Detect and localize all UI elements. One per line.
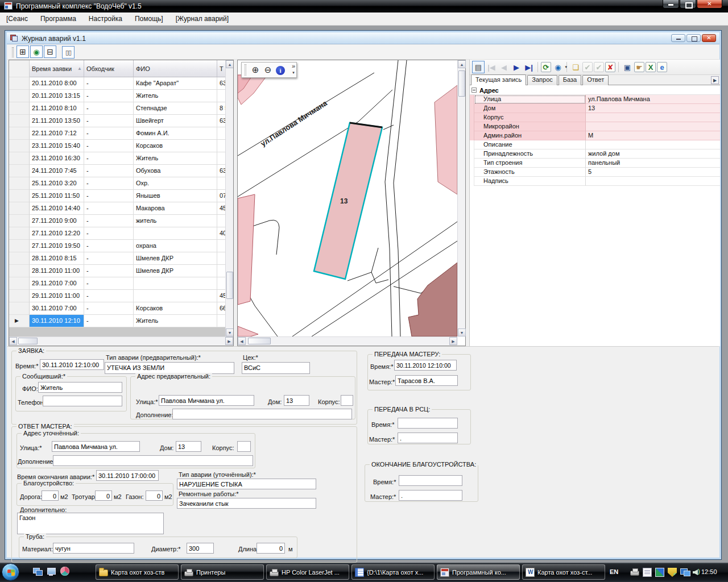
cell[interactable]: 21.11.2010 8:10 xyxy=(30,102,84,115)
row-header[interactable] xyxy=(9,277,30,290)
collapse-icon[interactable] xyxy=(471,88,477,93)
row-header[interactable] xyxy=(9,290,30,302)
row-header[interactable] xyxy=(9,127,30,140)
security-shield-icon[interactable] xyxy=(668,568,677,577)
prelim-street-field[interactable]: Павлова Мичмана ул. xyxy=(159,395,254,406)
row-header[interactable] xyxy=(9,177,30,190)
card-view-icon[interactable]: ⊟ xyxy=(44,45,56,58)
cell[interactable] xyxy=(134,290,217,302)
pipe-diameter-field[interactable]: 300 xyxy=(187,543,214,554)
refined-extra-field[interactable] xyxy=(53,455,253,466)
refined-house-field[interactable]: 13 xyxy=(176,441,201,452)
menu-item[interactable]: Помощь] xyxy=(129,13,169,23)
zoom-out-icon[interactable]: ⊖ xyxy=(262,64,274,76)
cell[interactable]: Шмелев ДКР xyxy=(134,265,217,277)
cell[interactable] xyxy=(134,277,217,290)
table-row[interactable]: 20.11.2010 13:15-Житель xyxy=(9,90,233,102)
table-row[interactable]: 21.11.2010 13:50-Швейгерт63 xyxy=(9,115,233,127)
cell[interactable]: - xyxy=(84,115,134,127)
table-row[interactable]: 30.11.2010 12:10-Житель xyxy=(9,315,233,327)
cell[interactable]: - xyxy=(84,315,134,327)
pipe-material-field[interactable]: чугун xyxy=(53,543,134,554)
refined-korpus-field[interactable] xyxy=(237,441,251,452)
table-row[interactable]: 23.11.2010 16:30-Житель xyxy=(9,152,233,165)
tab-3[interactable]: База xyxy=(559,75,581,85)
commit-record-icon[interactable]: ✔ xyxy=(582,62,593,72)
property-row[interactable]: Этажность5 xyxy=(470,168,720,177)
taskbar-clock[interactable]: 12:50 xyxy=(701,568,717,575)
new-record-icon[interactable]: ❏ xyxy=(570,61,581,73)
taskbar-button[interactable]: Программный ко... xyxy=(437,564,520,580)
cell[interactable]: 25.11.2010 11:50 xyxy=(30,190,84,202)
table-row[interactable]: 20.11.2010 8:00-Кафе "Арарат"63 xyxy=(9,77,233,90)
journal-close-button[interactable] xyxy=(702,34,716,42)
nav-next-icon[interactable]: ▶ xyxy=(511,61,522,73)
row-header[interactable] xyxy=(9,102,30,115)
cell[interactable]: 28.11.2010 8:15 xyxy=(30,252,84,265)
start-button[interactable] xyxy=(2,563,19,581)
cell[interactable]: Обухова xyxy=(134,165,217,177)
delete-record-icon[interactable]: ✘ xyxy=(605,62,615,72)
property-row[interactable]: Админ.районМ xyxy=(470,131,720,140)
table-row[interactable]: 29.11.2010 7:00- xyxy=(9,277,233,290)
cell[interactable]: Житель xyxy=(134,315,217,327)
property-row[interactable]: Микрорайон xyxy=(470,122,720,131)
map-toolbar-overflow[interactable]: » ▾ xyxy=(292,63,295,76)
cell[interactable]: - xyxy=(84,140,134,152)
tab-2[interactable]: Запрос xyxy=(527,75,557,85)
cell[interactable]: - xyxy=(84,302,134,315)
tab-4[interactable]: Ответ xyxy=(582,75,609,85)
refined-street-field[interactable]: Павлова Мичмана ул. xyxy=(52,441,140,452)
cell[interactable]: - xyxy=(84,165,134,177)
cell[interactable]: - xyxy=(84,77,134,90)
close-button[interactable] xyxy=(697,0,722,9)
network-icon[interactable] xyxy=(680,568,689,577)
send-icon[interactable]: ☛ xyxy=(634,62,644,72)
refresh-icon[interactable]: ⟳ xyxy=(541,62,551,72)
prelim-extra-field[interactable] xyxy=(172,409,352,419)
scroll-left-icon[interactable]: ◀ xyxy=(238,337,246,345)
cell[interactable]: 27.11.2010 12:20 xyxy=(30,227,84,240)
cell[interactable]: 30.11.2010 12:10 xyxy=(30,315,84,327)
table-row[interactable]: 30.11.2010 7:00-Корсаков66 xyxy=(9,302,233,315)
cell[interactable]: 22.11.2010 7:12 xyxy=(30,127,84,140)
taskbar-button[interactable]: HP Color LaserJet ... xyxy=(266,564,349,580)
repair-works-field[interactable]: Зачеканили стык xyxy=(177,498,316,509)
export-excel-icon[interactable]: X xyxy=(646,62,656,72)
table-row[interactable]: 22.11.2010 7:12-Фомин А.И. xyxy=(9,127,233,140)
property-value[interactable]: 13 xyxy=(586,104,720,113)
cell[interactable]: - xyxy=(84,177,134,190)
cell[interactable]: Шмелев ДКР xyxy=(134,252,217,265)
scroll-right-icon[interactable]: ▶ xyxy=(449,337,457,345)
pipe-length-field[interactable]: 0 xyxy=(257,543,285,554)
refined-type-field[interactable]: НАРУШЕНИЕ СТЫКА xyxy=(177,479,316,489)
to-rsc-name-field[interactable]: . xyxy=(398,433,458,443)
menu-item[interactable]: Настройка xyxy=(82,13,129,23)
grid-vscrollbar[interactable]: ▲ ▼ xyxy=(225,60,233,336)
property-value[interactable] xyxy=(586,140,720,149)
restore-button[interactable] xyxy=(680,0,696,9)
cell[interactable]: - xyxy=(84,252,134,265)
map-view-icon[interactable]: ◉ xyxy=(30,45,43,58)
row-header[interactable] xyxy=(9,190,30,202)
table-row[interactable]: 24.11.2010 7:45-Обухова63 xyxy=(9,165,233,177)
table-row[interactable]: 25.11.2010 3:20-Охр. xyxy=(9,177,233,190)
property-value[interactable]: жилой дом xyxy=(586,149,720,159)
map-building[interactable] xyxy=(238,326,258,336)
row-header[interactable] xyxy=(9,227,30,240)
selected-building[interactable] xyxy=(314,123,382,279)
map-canvas[interactable]: ул.Павлова Мичмана 13 xyxy=(238,60,457,336)
menu-item[interactable]: Программа xyxy=(34,13,82,23)
table-row[interactable]: 25.11.2010 14:40-Макарова45 xyxy=(9,202,233,215)
cell[interactable]: 25.11.2010 14:40 xyxy=(30,202,84,215)
prelim-korpus-field[interactable] xyxy=(341,395,353,406)
commit-all-icon[interactable]: ✔ xyxy=(594,62,604,72)
cell[interactable]: Кафе "Арарат" xyxy=(134,77,217,90)
map-hscroll-thumb[interactable] xyxy=(248,338,271,344)
cell[interactable]: 27.11.2010 9:00 xyxy=(30,215,84,227)
table-row[interactable]: 29.11.2010 11:00-45 xyxy=(9,290,233,302)
cell[interactable]: 20.11.2010 13:15 xyxy=(30,90,84,102)
cell[interactable] xyxy=(134,227,217,240)
cell[interactable]: Янышев xyxy=(134,190,217,202)
journal-maximize-button[interactable] xyxy=(686,34,701,42)
